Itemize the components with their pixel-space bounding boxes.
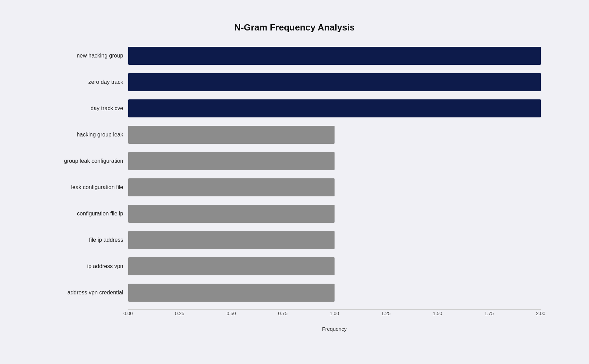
x-tick: 2.00: [536, 311, 545, 316]
bar-row: hacking group leak: [49, 122, 541, 147]
chart-title: N-Gram Frequency Analysis: [49, 22, 541, 33]
bar-fill: [128, 152, 335, 170]
bar-track: [128, 231, 541, 249]
x-axis-label: Frequency: [128, 326, 541, 332]
bar-row: day track cve: [49, 96, 541, 121]
bar-fill: [128, 284, 335, 302]
bar-track: [128, 284, 541, 302]
x-tick: 0.75: [278, 311, 287, 316]
chart-container: N-Gram Frequency Analysis new hacking gr…: [35, 12, 555, 353]
bar-label: day track cve: [49, 105, 128, 112]
x-tick: 1.00: [330, 311, 339, 316]
bar-track: [128, 205, 541, 223]
chart-area: new hacking groupzero day trackday track…: [49, 43, 541, 307]
bar-track: [128, 73, 541, 91]
bar-track: [128, 47, 541, 65]
bar-fill: [128, 205, 335, 223]
bar-row: address vpn credential: [49, 280, 541, 305]
x-tick: 0.50: [226, 311, 236, 316]
bar-row: file ip address: [49, 228, 541, 252]
x-axis: 0.000.250.500.751.001.251.501.752.00: [128, 309, 541, 323]
x-tick: 0.25: [175, 311, 184, 316]
bar-fill: [128, 126, 335, 144]
bar-fill: [128, 73, 541, 91]
bar-row: new hacking group: [49, 43, 541, 68]
bar-track: [128, 99, 541, 117]
bar-row: group leak configuration: [49, 149, 541, 174]
bar-track: [128, 257, 541, 275]
bar-track: [128, 178, 541, 196]
bar-row: leak configuration file: [49, 175, 541, 200]
x-tick: 1.50: [433, 311, 442, 316]
bar-label: group leak configuration: [49, 158, 128, 164]
bar-fill: [128, 178, 335, 196]
bar-label: zero day track: [49, 79, 128, 85]
bar-label: ip address vpn: [49, 263, 128, 269]
bar-label: configuration file ip: [49, 211, 128, 217]
bar-row: configuration file ip: [49, 201, 541, 226]
x-tick: 0.00: [123, 311, 133, 316]
bar-fill: [128, 99, 541, 117]
bar-fill: [128, 231, 335, 249]
x-label-wrapper: Frequency: [49, 324, 541, 332]
x-tick: 1.25: [381, 311, 391, 316]
x-axis-area: 0.000.250.500.751.001.251.501.752.00: [49, 309, 541, 323]
bar-label: hacking group leak: [49, 132, 128, 138]
bar-fill: [128, 47, 541, 65]
bar-row: zero day track: [49, 70, 541, 95]
bar-track: [128, 152, 541, 170]
bar-fill: [128, 257, 335, 275]
bar-label: address vpn credential: [49, 290, 128, 296]
bar-label: new hacking group: [49, 53, 128, 59]
bar-row: ip address vpn: [49, 254, 541, 279]
bar-label: file ip address: [49, 237, 128, 243]
bar-label: leak configuration file: [49, 184, 128, 190]
x-tick: 1.75: [484, 311, 494, 316]
bar-track: [128, 126, 541, 144]
